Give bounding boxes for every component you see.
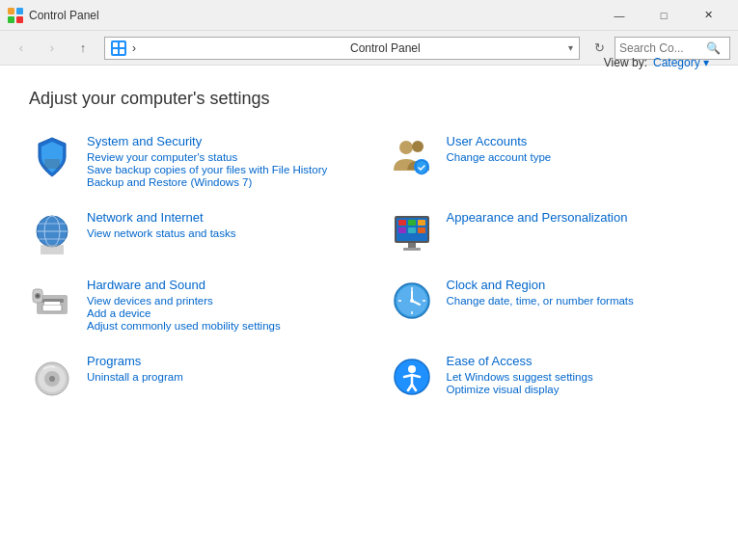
ease-access-icon	[389, 354, 435, 400]
svg-rect-5	[120, 42, 124, 47]
title-bar: Control Panel — □ ✕	[0, 0, 738, 31]
clock-icon	[389, 278, 435, 324]
svg-rect-30	[42, 305, 62, 311]
hardware-title[interactable]: Hardware and Sound	[87, 278, 350, 292]
clock-link-1[interactable]: Change date, time, or number formats	[447, 295, 710, 307]
system-security-title[interactable]: System and Security	[87, 134, 350, 148]
search-input[interactable]	[619, 41, 706, 55]
system-security-link-1[interactable]: Review your computer's status	[87, 151, 350, 163]
ease-access-link-1[interactable]: Let Windows suggest settings	[447, 371, 710, 383]
svg-rect-1	[16, 8, 23, 14]
appearance-text: Appearance and Personalization	[447, 210, 710, 227]
ease-access-text: Ease of Access Let Windows suggest setti…	[447, 354, 710, 396]
svg-rect-25	[418, 227, 425, 233]
svg-point-10	[412, 141, 424, 152]
appearance-title[interactable]: Appearance and Personalization	[447, 210, 710, 225]
user-accounts-icon	[389, 134, 435, 180]
user-accounts-text: User Accounts Change account type	[447, 134, 710, 164]
svg-rect-17	[41, 245, 64, 254]
page-title: Adjust your computer's settings	[29, 89, 709, 109]
programs-icon	[29, 354, 75, 400]
categories-grid: System and Security Review your computer…	[29, 128, 709, 406]
address-text: Control Panel	[350, 41, 562, 55]
back-button[interactable]: ‹	[8, 35, 35, 62]
hardware-text: Hardware and Sound View devices and prin…	[87, 278, 350, 333]
programs-text: Programs Uninstall a program	[87, 354, 350, 384]
svg-rect-27	[403, 248, 421, 251]
main-content: View by: Category ▾ Adjust your computer…	[0, 66, 738, 425]
category-programs: Programs Uninstall a program	[29, 348, 350, 406]
search-button[interactable]: 🔍	[706, 41, 721, 55]
category-appearance: Appearance and Personalization	[389, 204, 710, 262]
svg-rect-20	[398, 220, 406, 226]
address-chevron: ▾	[568, 42, 573, 53]
user-accounts-title[interactable]: User Accounts	[447, 134, 710, 148]
svg-rect-22	[418, 220, 425, 226]
network-icon	[29, 210, 75, 256]
maximize-button[interactable]: □	[642, 0, 686, 31]
address-icon	[111, 40, 126, 56]
svg-point-47	[49, 376, 55, 382]
svg-rect-0	[8, 8, 14, 14]
system-security-text: System and Security Review your computer…	[87, 134, 350, 189]
svg-rect-23	[398, 227, 406, 233]
svg-point-43	[410, 299, 414, 303]
clock-text: Clock and Region Change date, time, or n…	[447, 278, 710, 307]
system-security-link-2[interactable]: Save backup copies of your files with Fi…	[87, 164, 350, 175]
user-accounts-link-1[interactable]: Change account type	[447, 151, 710, 163]
hardware-link-1[interactable]: View devices and printers	[87, 295, 350, 307]
svg-rect-21	[408, 220, 416, 226]
svg-point-34	[37, 295, 40, 298]
minimize-button[interactable]: —	[597, 0, 642, 31]
appearance-icon	[389, 210, 435, 256]
window-title: Control Panel	[29, 9, 597, 22]
svg-rect-3	[16, 16, 23, 23]
category-hardware: Hardware and Sound View devices and prin…	[29, 272, 350, 338]
breadcrumb-separator: ›	[132, 41, 344, 55]
close-button[interactable]: ✕	[686, 0, 730, 31]
up-button[interactable]: ↑	[69, 35, 96, 62]
hardware-icon	[29, 278, 75, 324]
svg-rect-6	[113, 49, 118, 54]
svg-rect-8	[44, 159, 60, 169]
svg-rect-31	[44, 302, 60, 305]
address-bar[interactable]: › Control Panel ▾	[104, 37, 580, 60]
category-user-accounts: User Accounts Change account type	[389, 128, 710, 195]
svg-rect-2	[8, 16, 14, 23]
network-link-1[interactable]: View network status and tasks	[87, 227, 350, 239]
ease-access-title[interactable]: Ease of Access	[447, 354, 710, 368]
control-panel-icon	[8, 8, 23, 23]
network-text: Network and Internet View network status…	[87, 210, 350, 240]
system-security-icon	[29, 134, 75, 180]
svg-point-49	[408, 365, 416, 373]
view-by-dropdown[interactable]: Category ▾	[653, 56, 709, 69]
system-security-link-3[interactable]: Backup and Restore (Windows 7)	[87, 176, 350, 188]
svg-rect-7	[120, 49, 124, 54]
window-controls: — □ ✕	[597, 0, 730, 31]
forward-button[interactable]: ›	[39, 35, 66, 62]
svg-rect-4	[113, 42, 118, 47]
category-ease-access: Ease of Access Let Windows suggest setti…	[389, 348, 710, 406]
svg-point-9	[399, 141, 413, 154]
hardware-link-2[interactable]: Add a device	[87, 307, 350, 319]
svg-rect-26	[408, 243, 416, 248]
hardware-link-3[interactable]: Adjust commonly used mobility settings	[87, 320, 350, 332]
network-title[interactable]: Network and Internet	[87, 210, 350, 225]
programs-title[interactable]: Programs	[87, 354, 350, 368]
category-network: Network and Internet View network status…	[29, 204, 350, 262]
category-system-security: System and Security Review your computer…	[29, 128, 350, 195]
svg-rect-24	[408, 227, 416, 233]
category-clock: Clock and Region Change date, time, or n…	[389, 272, 710, 338]
clock-title[interactable]: Clock and Region	[447, 278, 710, 292]
view-by-label: View by:	[604, 56, 647, 69]
programs-link-1[interactable]: Uninstall a program	[87, 371, 350, 383]
ease-access-link-2[interactable]: Optimize visual display	[447, 384, 710, 395]
